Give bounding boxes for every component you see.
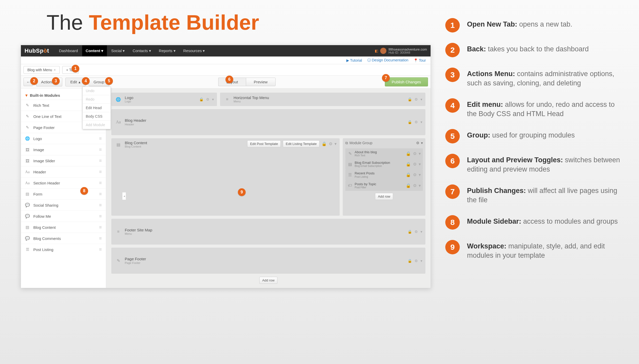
lock-icon[interactable]: 🔒	[408, 259, 412, 263]
drag-handle-icon[interactable]: ≡	[99, 203, 102, 208]
chevron-down-icon[interactable]: ▾	[419, 172, 421, 177]
drag-handle-icon[interactable]: ≡	[99, 214, 102, 219]
module-blogcontent[interactable]: ▤ Blog ContentBlog Content Edit Post Tem…	[111, 138, 340, 216]
canvas-add-row-button[interactable]: Add row	[259, 277, 277, 284]
chevron-down-icon[interactable]: ▾	[334, 141, 337, 146]
chevron-down-icon[interactable]: ▾	[212, 97, 214, 101]
drag-handle-icon[interactable]: ≡	[99, 147, 102, 152]
sidebar-module-blog-content[interactable]: ▤ Blog Content ≡	[21, 222, 106, 233]
nav-contacts[interactable]: Contacts ▾	[129, 45, 154, 56]
drag-handle-icon[interactable]: ≡	[99, 247, 102, 252]
edit-addmodule[interactable]: Add Module	[83, 121, 111, 129]
group-add-row-button[interactable]: Add row	[375, 193, 393, 200]
sidebar-module-header[interactable]: Aa Header ≡	[21, 166, 106, 177]
edit-undo[interactable]: Undo	[83, 87, 111, 95]
nav-social[interactable]: Social ▾	[107, 45, 128, 56]
lock-icon[interactable]: 🔒	[406, 183, 411, 188]
nav-dashboard[interactable]: Dashboard	[55, 45, 81, 56]
module-group[interactable]: ⧉Module Group⚙▾ ✎ About this blogRich Te…	[343, 138, 425, 216]
docs-link[interactable]: ⓘ Design Documentation	[367, 58, 409, 63]
gear-icon[interactable]: ⚙	[415, 97, 418, 101]
chevron-down-icon[interactable]: ▾	[420, 230, 422, 234]
sidebar-module-label: Blog Content	[33, 225, 56, 230]
drag-handle-icon[interactable]: ≡	[99, 225, 102, 230]
brand-logo[interactable]: HubSpòt	[25, 47, 49, 54]
chevron-down-icon[interactable]: ▾	[419, 162, 421, 167]
lock-icon[interactable]: 🔒	[322, 141, 327, 146]
group-module-posts-by-topic[interactable]: 🏷 Posts by TopicPost Filter 🔒 ⚙ ▾	[345, 180, 423, 191]
chevron-down-icon[interactable]: ▾	[421, 141, 423, 145]
edit-listing-template-button[interactable]: Edit Listing Template	[283, 140, 320, 147]
nav-content[interactable]: Content ▾	[82, 45, 107, 56]
edit-redo[interactable]: Redo	[83, 95, 111, 104]
lock-icon[interactable]: 🔒	[408, 120, 412, 124]
lock-icon[interactable]: 🔒	[408, 97, 412, 101]
tour-link[interactable]: 📍 Tour	[414, 58, 426, 62]
lock-icon[interactable]: 🔒	[406, 172, 411, 177]
chevron-down-icon[interactable]: ▾	[419, 151, 421, 156]
file-tab[interactable]: Blog with Menu ×	[24, 66, 60, 74]
group-module-about-this-blog[interactable]: ✎ About this blogRich Text 🔒 ⚙ ▾	[345, 148, 423, 159]
chevron-down-icon: ▾	[101, 48, 103, 53]
collapse-sidebar-handle[interactable]: ◂	[122, 192, 126, 200]
title-emphasis: Template Builder	[89, 11, 259, 34]
sidebar-module-social-sharing[interactable]: 💬 Social Sharing ≡	[21, 199, 106, 211]
chevron-down-icon[interactable]: ▾	[420, 97, 422, 101]
gear-icon[interactable]: ⚙	[415, 230, 418, 234]
account-menu[interactable]: ◧ fifthseasonadventure.com Hub ID: 30084…	[375, 48, 427, 54]
gear-icon[interactable]: ⚙	[413, 162, 417, 167]
aa-icon: Aa	[25, 180, 30, 186]
edit-post-template-button[interactable]: Edit Post Template	[247, 140, 281, 147]
chevron-down-icon[interactable]: ▾	[420, 120, 422, 124]
sidebar-module-image[interactable]: 🖼 Image ≡	[21, 144, 106, 155]
preview-toggle[interactable]: Preview	[246, 78, 276, 86]
gear-icon[interactable]: ⚙	[413, 151, 417, 156]
lock-icon[interactable]: 🔒	[408, 230, 412, 234]
sidebar-module-form[interactable]: ▤ Form ≡	[21, 188, 106, 199]
gear-icon[interactable]: ⚙	[329, 141, 332, 146]
gear-icon[interactable]: ⚙	[415, 259, 418, 263]
chevron-down-icon[interactable]: ▾	[420, 259, 422, 263]
drag-handle-icon[interactable]: ≡	[99, 191, 102, 197]
sidebar-module-image-slider[interactable]: 🖼 Image Slider ≡	[21, 155, 106, 166]
canvas[interactable]: 🌐 LogoLogo 🔒⚙▾ ≡ Horizontal Top MenuMenu…	[106, 88, 431, 288]
lock-icon[interactable]: 🔒	[199, 97, 204, 101]
gear-icon[interactable]: ⚙	[413, 172, 417, 177]
nav-resources[interactable]: Resources ▾	[180, 45, 209, 56]
form-icon: ▤	[347, 162, 353, 167]
drag-handle-icon[interactable]: ≡	[99, 136, 102, 141]
gear-icon[interactable]: ⚙	[413, 183, 417, 188]
annotation-text: Publish Changes: will affect all live pa…	[467, 184, 624, 205]
drag-handle-icon[interactable]: ≡	[99, 236, 102, 241]
module-blogheader[interactable]: Aa Blog HeaderHeader 🔒⚙▾	[111, 109, 425, 135]
gear-icon[interactable]: ⚙	[416, 141, 419, 145]
module-footer[interactable]: ≡ Footer Site MapMenu 🔒⚙▾	[111, 219, 425, 245]
sidebar-module-post-listing[interactable]: ☰ Post Listing ≡	[21, 244, 106, 255]
module-logo[interactable]: 🌐 LogoLogo 🔒⚙▾	[111, 93, 217, 106]
gear-icon[interactable]: ⚙	[415, 120, 418, 124]
module-group-label: Module Group	[349, 141, 372, 145]
drag-handle-icon[interactable]: ≡	[99, 158, 102, 164]
gear-icon[interactable]: ⚙	[206, 97, 209, 101]
close-icon[interactable]: ×	[54, 68, 56, 72]
sidebar-module-follow-me[interactable]: 💬 Follow Me ≡	[21, 211, 106, 222]
edit-head[interactable]: Edit Head	[83, 104, 111, 112]
sidebar-module-blog-comments[interactable]: 💬 Blog Comments ≡	[21, 233, 106, 244]
group-module-recent-posts[interactable]: ☰ Recent PostsPost Listing 🔒 ⚙ ▾	[345, 169, 423, 180]
module-hmenu[interactable]: ≡ Horizontal Top MenuMenu 🔒⚙▾	[220, 93, 425, 106]
brand-l: HubSp	[25, 47, 43, 54]
group-module-blog-email-subscription[interactable]: ▤ Blog Email SubscriptionBlog Email Subs…	[345, 159, 423, 169]
drag-handle-icon[interactable]: ≡	[99, 169, 102, 175]
edit-bodycss[interactable]: Body CSS	[83, 112, 111, 121]
sidebar-module-logo[interactable]: 🌐 Logo ≡	[21, 133, 106, 144]
annotation-badge: 4	[445, 98, 460, 113]
chevron-down-icon[interactable]: ▾	[419, 183, 421, 188]
module-pagefooter[interactable]: ✎ Page FooterPage Footer 🔒⚙▾	[111, 248, 425, 274]
lock-icon[interactable]: 🔒	[406, 162, 411, 167]
sidebar-module-section-header[interactable]: Aa Section Header ≡	[21, 177, 106, 188]
publish-button[interactable]: Publish Changes	[385, 77, 428, 86]
lock-icon[interactable]: 🔒	[406, 151, 411, 156]
nav-reports[interactable]: Reports ▾	[155, 45, 179, 56]
drag-handle-icon[interactable]: ≡	[99, 180, 102, 186]
tutorial-link[interactable]: ▶ Tutorial	[346, 58, 362, 62]
